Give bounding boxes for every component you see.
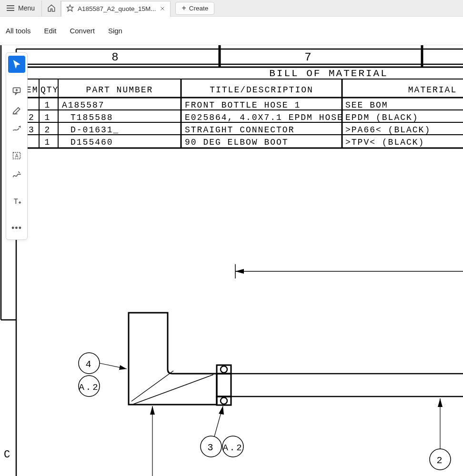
svg-text:T185588: T185588 bbox=[70, 113, 113, 122]
svg-text:STRAIGHT CONNECTOR: STRAIGHT CONNECTOR bbox=[185, 125, 294, 135]
balloon-3: 3 bbox=[207, 442, 214, 453]
tab-title: A185587_A2_quote_15M... bbox=[78, 5, 156, 12]
svg-point-57 bbox=[221, 397, 227, 404]
svg-text:1: 1 bbox=[45, 100, 51, 110]
create-label: Create bbox=[189, 5, 209, 12]
home-icon bbox=[47, 4, 56, 12]
more-tools[interactable]: ••• bbox=[8, 219, 25, 237]
draw-tool[interactable] bbox=[8, 120, 25, 138]
balloon-2: 2 bbox=[436, 455, 443, 466]
svg-marker-72 bbox=[438, 398, 443, 407]
svg-text:EPDM (BLACK): EPDM (BLACK) bbox=[345, 113, 419, 122]
cad-drawing: 8 7 BILL OF MATERIAL EM QTY PART NUMBER … bbox=[0, 45, 463, 476]
document-tab[interactable]: A185587_A2_quote_15M... bbox=[61, 1, 171, 17]
highlight-tool[interactable] bbox=[8, 101, 25, 119]
svg-text:2: 2 bbox=[45, 125, 51, 135]
hamburger-icon bbox=[7, 5, 14, 11]
comment-tool[interactable] bbox=[8, 82, 25, 99]
all-tools-link[interactable]: All tools bbox=[6, 27, 31, 35]
secondary-toolbar: All tools Edit Convert Sign bbox=[0, 17, 463, 45]
col-8-label: 8 bbox=[111, 51, 120, 64]
sign-link[interactable]: Sign bbox=[108, 27, 122, 35]
add-text-icon bbox=[12, 197, 21, 206]
svg-text:>PA66< (BLACK): >PA66< (BLACK) bbox=[345, 125, 431, 135]
ellipsis-icon: ••• bbox=[11, 223, 22, 233]
svg-line-52 bbox=[133, 375, 213, 404]
highlight-icon bbox=[12, 105, 21, 115]
menu-label: Menu bbox=[18, 4, 35, 12]
close-tab-button[interactable] bbox=[160, 5, 165, 13]
svg-text:>TPV< (BLACK): >TPV< (BLACK) bbox=[345, 138, 424, 147]
svg-line-51 bbox=[131, 371, 173, 401]
sign-tool[interactable] bbox=[8, 166, 25, 183]
balloon-a2b: A.2 bbox=[222, 443, 243, 453]
svg-rect-55 bbox=[217, 374, 231, 397]
svg-text:90 DEG ELBOW BOOT: 90 DEG ELBOW BOOT bbox=[185, 138, 289, 147]
left-toolbar: A ••• bbox=[6, 52, 28, 240]
convert-link[interactable]: Convert bbox=[70, 27, 95, 35]
select-tool[interactable] bbox=[8, 56, 25, 73]
text-select-icon: A bbox=[12, 151, 21, 160]
hdr-pn: PART NUMBER bbox=[86, 85, 153, 95]
document-viewport[interactable]: 8 7 BILL OF MATERIAL EM QTY PART NUMBER … bbox=[0, 45, 463, 476]
svg-text:SEE BOM: SEE BOM bbox=[345, 100, 388, 110]
svg-text:D155460: D155460 bbox=[70, 138, 113, 147]
hdr-desc: TITLE/DESCRIPTION bbox=[210, 85, 313, 95]
plus-icon: + bbox=[181, 4, 186, 12]
svg-marker-63 bbox=[119, 365, 127, 370]
bom-rows: 1 A185587 FRONT BOTTLE HOSE 1 SEE BOM 2 … bbox=[25, 100, 463, 148]
col-7-label: 7 bbox=[304, 51, 312, 64]
svg-marker-0 bbox=[67, 5, 73, 11]
comment-icon bbox=[12, 86, 21, 96]
svg-text:1: 1 bbox=[45, 138, 51, 147]
create-button[interactable]: + Create bbox=[175, 2, 214, 15]
row-c-label: C bbox=[4, 449, 11, 461]
balloon-a2: A.2 bbox=[79, 382, 99, 393]
star-icon[interactable] bbox=[66, 4, 74, 14]
hdr-mat: MATERIAL bbox=[408, 85, 457, 95]
svg-marker-69 bbox=[219, 406, 224, 415]
svg-text:A185587: A185587 bbox=[62, 100, 105, 110]
svg-marker-65 bbox=[150, 406, 155, 415]
svg-text:1: 1 bbox=[45, 113, 51, 122]
svg-text:A: A bbox=[15, 153, 19, 159]
hdr-em: EM bbox=[26, 85, 39, 95]
home-button[interactable] bbox=[42, 0, 61, 16]
svg-text:FRONT BOTTLE HOSE 1: FRONT BOTTLE HOSE 1 bbox=[185, 100, 301, 110]
svg-marker-49 bbox=[235, 269, 244, 274]
add-text-tool[interactable] bbox=[8, 193, 25, 210]
hdr-qty: QTY bbox=[40, 85, 59, 95]
window-topbar: Menu A185587_A2_quote_15M... + Create bbox=[0, 0, 463, 17]
draw-icon bbox=[12, 124, 21, 134]
menu-button[interactable]: Menu bbox=[0, 0, 42, 16]
bom-title: BILL OF MATERIAL bbox=[269, 68, 388, 79]
svg-point-54 bbox=[221, 366, 227, 373]
cursor-icon bbox=[12, 60, 21, 69]
balloon-4: 4 bbox=[85, 359, 92, 370]
edit-link[interactable]: Edit bbox=[44, 27, 57, 35]
text-select-tool[interactable]: A bbox=[8, 147, 25, 164]
svg-text:2: 2 bbox=[29, 113, 35, 122]
sign-icon bbox=[12, 170, 21, 179]
svg-text:3: 3 bbox=[29, 125, 35, 135]
svg-text:D-01631_: D-01631_ bbox=[70, 125, 119, 135]
svg-text:E025864, 4.0X7.1 EPDM HOSE: E025864, 4.0X7.1 EPDM HOSE bbox=[185, 113, 343, 122]
